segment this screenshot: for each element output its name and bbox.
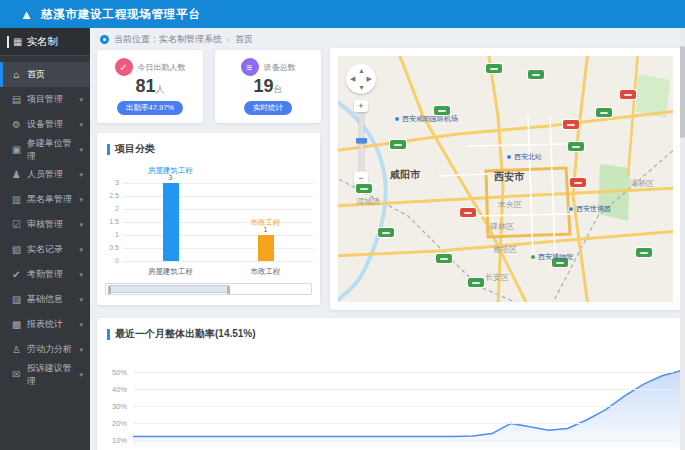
chevron-down-icon: ▾	[79, 371, 83, 379]
app-logo-icon: ▲	[20, 8, 33, 21]
home-icon: ⌂	[11, 69, 22, 80]
device-icon: ⚙	[11, 119, 22, 130]
attendance-icon: ✔	[11, 269, 22, 280]
sidebar-system-label: 实名制	[26, 35, 58, 49]
map-card: ▲▼ ◀▶ + − 咸阳市西安市未央区碑林区雁塔区长安区灞桥区渭城区西安咸阳国际…	[330, 48, 681, 310]
location-pin-icon	[100, 35, 109, 44]
road-shield-green	[436, 254, 452, 263]
sidebar-system-header[interactable]: ▦ 实名制	[0, 28, 90, 56]
sidebar-item-home[interactable]: ⌂首页	[0, 62, 90, 87]
road-shield-red	[563, 120, 579, 129]
map-label-city: 西安市	[494, 170, 524, 184]
chevron-down-icon: ▾	[79, 96, 83, 104]
sidebar-item-audit[interactable]: ☑审核管理▾	[0, 212, 90, 237]
map-label-district: 碑林区	[490, 221, 514, 232]
audit-icon: ☑	[11, 219, 22, 230]
blacklist-icon: ▥	[11, 194, 22, 205]
chevron-down-icon: ▾	[79, 196, 83, 204]
road-shield-green	[528, 70, 544, 79]
bar-chart-datazoom-slider[interactable]	[105, 283, 312, 295]
poi-marker-icon	[506, 154, 512, 160]
sidebar-item-attendance[interactable]: ✔考勤管理▾	[0, 262, 90, 287]
map-zoom-slider-thumb[interactable]	[356, 138, 367, 143]
road-shield-red	[620, 90, 636, 99]
road-shield-green	[636, 248, 652, 257]
map-label-district: 雁塔区	[493, 244, 517, 255]
breadcrumb-current[interactable]: 首页	[235, 33, 253, 46]
map-label-district: 未央区	[498, 199, 522, 210]
map-poi[interactable]: 西安咸阳国际机场	[394, 114, 458, 124]
stat-card-attendance: ✓今日出勤人数81人出勤率47.97%	[97, 50, 203, 123]
chevron-down-icon: ▾	[79, 121, 83, 129]
map-zoom-in-button[interactable]: +	[354, 100, 368, 112]
sidebar-item-unit[interactable]: ▣参建单位管理▾	[0, 137, 90, 162]
device-icon: ≡	[241, 58, 259, 76]
chevron-down-icon: ▾	[79, 146, 83, 154]
personnel-icon: ♟	[11, 169, 22, 180]
chevron-down-icon: ▾	[79, 271, 83, 279]
map[interactable]: ▲▼ ◀▶ + − 咸阳市西安市未央区碑林区雁塔区长安区灞桥区渭城区西安咸阳国际…	[338, 56, 673, 302]
chevron-down-icon: ▾	[79, 296, 83, 304]
stat-card-devices: ≡设备总数19台实时统计	[215, 50, 321, 123]
check-icon: ✓	[115, 58, 133, 76]
datazoom-selected-range[interactable]	[108, 285, 230, 293]
attendance-trend-card: 最近一个月整体出勤率(14.51%) 50%40%30%20%10%	[97, 318, 681, 450]
sidebar-item-personnel[interactable]: ♟人员管理▾	[0, 162, 90, 187]
road-shield-green	[390, 140, 406, 149]
project-icon: ▤	[11, 94, 22, 105]
bar-chart-title-row: 项目分类	[97, 133, 320, 156]
realname-record-icon: ▧	[11, 244, 22, 255]
sidebar-item-report-stats[interactable]: ▩报表统计▾	[0, 312, 90, 337]
bar-municipal[interactable]	[258, 235, 274, 261]
sidebar-menu: ⌂首页▤项目管理▾⚙设备管理▾▣参建单位管理▾♟人员管理▾▥黑名单管理▾☑审核管…	[0, 56, 90, 387]
poi-marker-icon	[568, 206, 574, 212]
sidebar-item-realname-record[interactable]: ▧实名记录▾	[0, 237, 90, 262]
page-scrollbar[interactable]	[680, 28, 685, 450]
stat-badge[interactable]: 出勤率47.97%	[117, 101, 183, 115]
sidebar-item-complaint[interactable]: ✉投诉建议管理▾	[0, 362, 90, 387]
road-shield-green	[356, 184, 372, 193]
sidebar-item-project[interactable]: ▤项目管理▾	[0, 87, 90, 112]
bar-building[interactable]	[163, 183, 179, 261]
stats-row: ✓今日出勤人数81人出勤率47.97%≡设备总数19台实时统计	[97, 50, 321, 123]
breadcrumb-system[interactable]: 实名制管理系统	[159, 33, 222, 46]
sidebar-item-basic-info[interactable]: ▨基础信息▾	[0, 287, 90, 312]
basic-info-icon: ▨	[11, 294, 22, 305]
road-shield-green	[486, 64, 502, 73]
title-accent-bar	[107, 144, 110, 155]
attendance-line-chart	[133, 322, 681, 448]
breadcrumb-separator: ›	[227, 35, 230, 45]
map-label-district: 长安区	[485, 272, 509, 283]
poi-marker-icon	[394, 116, 400, 122]
map-zoom-out-button[interactable]: −	[354, 172, 368, 184]
project-category-chart-card: 项目分类 00.511.522.53房屋建筑工程3房屋建筑工程市政工程1市政工程	[97, 133, 320, 305]
report-stats-icon: ▩	[11, 319, 22, 330]
sidebar-item-labor-analysis[interactable]: ♙劳动力分析▾	[0, 337, 90, 362]
road-shield-green	[468, 278, 484, 287]
map-poi[interactable]: 西安北站	[506, 152, 542, 162]
chevron-down-icon: ▾	[79, 346, 83, 354]
road-shield-green	[568, 142, 584, 151]
scrollbar-thumb[interactable]	[680, 46, 685, 138]
sidebar-item-blacklist[interactable]: ▥黑名单管理▾	[0, 187, 90, 212]
map-poi[interactable]: 西安世博园	[568, 204, 611, 214]
app-title: 慈溪市建设工程现场管理平台	[41, 7, 201, 22]
chevron-down-icon: ▾	[79, 221, 83, 229]
map-poi[interactable]: 西安博物院	[530, 252, 573, 262]
map-label-district: 渭城区	[356, 196, 380, 207]
stat-badge[interactable]: 实时统计	[244, 101, 292, 115]
poi-marker-icon	[530, 254, 536, 260]
complaint-icon: ✉	[11, 369, 22, 380]
road-shield-green	[596, 108, 612, 117]
breadcrumb: 当前位置： 实名制管理系统 › 首页	[100, 33, 253, 46]
chevron-down-icon: ▾	[79, 321, 83, 329]
app-header: ▲ 慈溪市建设工程现场管理平台	[0, 0, 685, 28]
map-label-city: 咸阳市	[390, 168, 420, 182]
map-zoom-slider[interactable]	[359, 114, 364, 170]
map-pan-control[interactable]: ▲▼ ◀▶	[346, 64, 376, 94]
map-label-district: 灞桥区	[630, 178, 654, 189]
sidebar-item-device[interactable]: ⚙设备管理▾	[0, 112, 90, 137]
stat-value: 81人	[135, 76, 164, 98]
grid-icon: ▦	[13, 36, 22, 47]
road-shield-red	[570, 178, 586, 187]
